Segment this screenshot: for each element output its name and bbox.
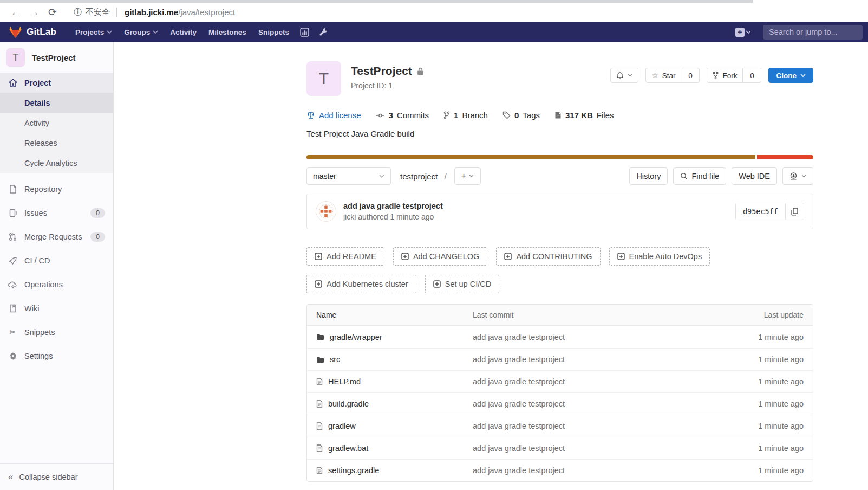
table-row[interactable]: gradlew add java gradle testproject 1 mi… <box>307 415 813 437</box>
add-contributing-button[interactable]: Add CONTRIBUTING <box>496 247 600 266</box>
sidebar-item-ci-cd[interactable]: CI / CD <box>0 249 113 273</box>
star-button[interactable]: ☆ Star <box>645 68 681 83</box>
file-name-link[interactable]: gradlew.bat <box>328 444 368 453</box>
sidebar-item-merge-requests[interactable]: Merge Requests 0 <box>0 225 113 249</box>
file-name-link[interactable]: gradlew <box>328 422 356 430</box>
language-bar[interactable] <box>306 155 813 159</box>
commit-author-identicon[interactable] <box>316 201 336 222</box>
table-row[interactable]: gradle/wrapper add java gradle testproje… <box>307 326 813 348</box>
table-row[interactable]: settings.gradle add java gradle testproj… <box>307 459 813 481</box>
row-updated: 1 minute ago <box>706 377 813 386</box>
table-row[interactable]: build.gradle add java gradle testproject… <box>307 392 813 415</box>
row-commit-link[interactable]: add java gradle testproject <box>473 377 706 386</box>
sidebar-project-name: TestProject <box>32 53 76 62</box>
download-source-dropdown-button[interactable] <box>782 167 813 185</box>
chevrons-left-icon: « <box>8 472 13 482</box>
add-changelog-button[interactable]: Add CHANGELOG <box>393 247 488 266</box>
chevron-down-icon <box>800 74 806 78</box>
find-file-button[interactable]: Find file <box>673 167 726 185</box>
enable-auto-devops-button[interactable]: Enable Auto DevOps <box>609 247 710 266</box>
table-row[interactable]: gradlew.bat add java gradle testproject … <box>307 437 813 459</box>
new-menu-button[interactable]: + <box>735 28 753 37</box>
folder-icon <box>316 333 324 340</box>
collapse-sidebar-button[interactable]: « Collapse sidebar <box>0 463 113 490</box>
file-name-link[interactable]: gradle/wrapper <box>330 333 382 341</box>
gitlab-navbar: GitLab Projects Groups Activity Mileston… <box>0 22 868 42</box>
files-link[interactable]: 317 KBFiles <box>554 111 614 120</box>
row-commit-link[interactable]: add java gradle testproject <box>473 444 706 453</box>
commit-message-link[interactable]: add java gradle testproject <box>343 202 443 210</box>
browser-reload-icon[interactable]: ⟳ <box>43 4 62 21</box>
row-commit-link[interactable]: add java gradle testproject <box>473 466 706 475</box>
commits-link[interactable]: 3Commits <box>376 111 429 120</box>
clone-dropdown-button[interactable]: Clone <box>768 68 813 83</box>
browser-forward-icon[interactable]: → <box>25 4 43 21</box>
tags-link[interactable]: 0Tags <box>502 111 540 120</box>
setup-ci-cd-button[interactable]: Set up CI/CD <box>425 275 499 293</box>
sidebar-item-settings[interactable]: Settings <box>0 344 113 368</box>
file-name-link[interactable]: src <box>330 355 340 364</box>
fork-count[interactable]: 0 <box>743 68 761 83</box>
language-segment-java <box>306 155 755 159</box>
breadcrumb-separator: / <box>444 172 446 181</box>
site-info-icon[interactable]: ⓘ <box>74 7 82 17</box>
admin-wrench-icon[interactable] <box>314 22 332 42</box>
nav-groups[interactable]: Groups <box>118 22 164 42</box>
history-button[interactable]: History <box>629 167 668 185</box>
table-row[interactable]: src add java gradle testproject 1 minute… <box>307 348 813 370</box>
sidebar-item-repository[interactable]: Repository <box>0 177 113 201</box>
project-avatar-large: T <box>306 61 341 96</box>
row-commit-link[interactable]: add java gradle testproject <box>473 333 706 341</box>
browser-back-icon[interactable]: ← <box>6 4 25 21</box>
sidebar-item-project[interactable]: Project <box>0 73 113 93</box>
copy-sha-button[interactable] <box>785 203 804 220</box>
sidebar-item-wiki[interactable]: Wiki <box>0 296 113 320</box>
row-commit-link[interactable]: add java gradle testproject <box>473 422 706 430</box>
sidebar-item-issues[interactable]: Issues 0 <box>0 201 113 225</box>
nav-activity[interactable]: Activity <box>164 22 203 42</box>
chevron-down-icon <box>469 175 474 178</box>
sidebar-item-details[interactable]: Details <box>0 93 113 113</box>
table-row[interactable]: HELP.md add java gradle testproject 1 mi… <box>307 370 813 392</box>
charts-icon[interactable] <box>295 22 314 42</box>
sidebar-item-snippets[interactable]: ✂ Snippets <box>0 320 113 344</box>
add-kubernetes-cluster-button[interactable]: Add Kubernetes cluster <box>306 275 416 293</box>
star-count[interactable]: 0 <box>681 68 700 83</box>
file-name-link[interactable]: HELP.md <box>328 377 361 386</box>
url-divider <box>116 8 117 17</box>
file-table-header: Name Last commit Last update <box>307 305 813 326</box>
project-sidebar: T TestProject Project Details Activity <box>0 42 114 490</box>
add-license-link[interactable]: Add license <box>306 111 361 120</box>
file-name-link[interactable]: settings.gradle <box>328 466 379 475</box>
branch-selector[interactable]: master <box>306 167 391 185</box>
search-input[interactable]: Search or jump to... <box>763 25 863 40</box>
branches-link[interactable]: 1Branch <box>443 111 488 120</box>
plus-square-icon <box>315 253 322 260</box>
web-ide-button[interactable]: Web IDE <box>732 167 777 185</box>
sidebar-item-operations[interactable]: Operations <box>0 273 113 296</box>
nav-snippets[interactable]: Snippets <box>252 22 295 42</box>
notifications-dropdown-button[interactable] <box>610 68 638 83</box>
row-commit-link[interactable]: add java gradle testproject <box>473 399 706 408</box>
nav-milestones[interactable]: Milestones <box>203 22 252 42</box>
gitlab-home-link[interactable]: GitLab <box>5 25 60 38</box>
project-avatar: T <box>6 48 25 67</box>
add-readme-button[interactable]: Add README <box>306 247 384 266</box>
nav-projects[interactable]: Projects <box>69 22 118 42</box>
breadcrumb-root[interactable]: testproject <box>400 172 438 181</box>
plus-square-icon <box>504 253 512 260</box>
sidebar-context-header[interactable]: T TestProject <box>0 42 113 73</box>
sidebar-item-cycle-analytics[interactable]: Cycle Analytics <box>0 153 113 173</box>
browser-url-bar[interactable]: ⓘ 不安全 gitlab.jicki.me/java/testproject <box>74 7 235 17</box>
add-file-dropdown-button[interactable]: + <box>454 167 481 185</box>
fork-button-group: Fork 0 <box>707 68 761 96</box>
row-commit-link[interactable]: add java gradle testproject <box>473 355 706 364</box>
main-content: T TestProject Project ID: 1 <box>114 42 868 490</box>
sidebar-item-activity[interactable]: Activity <box>0 113 113 133</box>
chevron-down-icon <box>801 175 806 178</box>
commit-sha-group: d95ec5ff <box>735 203 804 220</box>
project-id: Project ID: 1 <box>351 81 424 90</box>
file-name-link[interactable]: build.gradle <box>328 399 369 408</box>
fork-button[interactable]: Fork <box>707 68 743 83</box>
sidebar-item-releases[interactable]: Releases <box>0 133 113 153</box>
